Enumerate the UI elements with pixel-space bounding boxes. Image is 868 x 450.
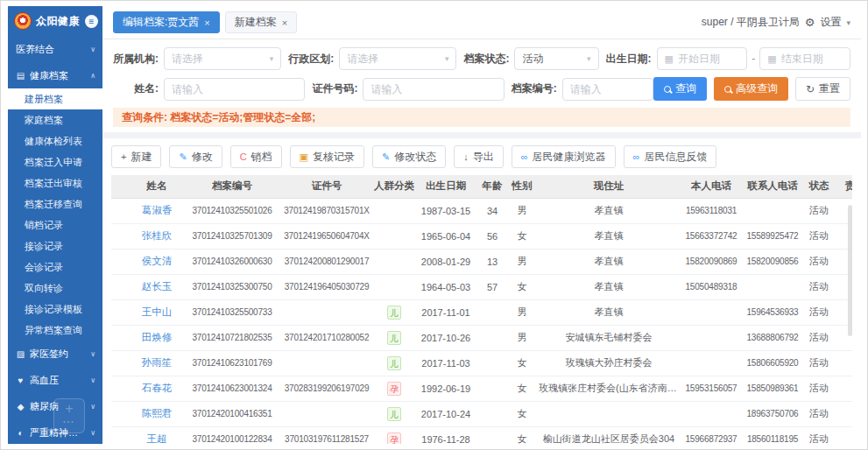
- contact-phone-cell: 15589925472: [742, 223, 803, 249]
- archive-no-input[interactable]: [562, 78, 653, 101]
- region-select[interactable]: 请选择 ▾: [339, 47, 456, 70]
- floating-add-widget[interactable]: +•••: [53, 398, 85, 433]
- tab-strip: 编辑档案:贾文茜×新建档案×: [113, 11, 297, 33]
- table-row[interactable]: 石春花37012410623001324370283199206197029孕1…: [111, 376, 852, 401]
- link-icon: ∞: [521, 151, 528, 162]
- birth-date-cell: 1976-11-28: [414, 426, 477, 444]
- reset-button[interactable]: ↻重置: [795, 77, 850, 101]
- advanced-search-button[interactable]: 高级查询: [714, 77, 788, 101]
- gender-cell: 女: [507, 401, 537, 426]
- settings-label[interactable]: 设置: [820, 15, 841, 30]
- table-row[interactable]: 田焕修37012410721802535370124201710280052儿2…: [111, 325, 852, 350]
- status-cell: 活动: [803, 223, 835, 249]
- search-button[interactable]: 查询: [653, 77, 707, 101]
- chevron-down-icon: ▾: [846, 18, 850, 27]
- sidebar-subitem[interactable]: 档案迁入申请: [8, 151, 102, 172]
- cert-input[interactable]: [363, 78, 504, 101]
- tab-close-icon[interactable]: ×: [282, 18, 287, 28]
- archive-no-cell: 37012410326000630: [185, 249, 279, 274]
- name-cell: 王中山: [129, 299, 185, 325]
- sidebar-subitem[interactable]: 接诊记录: [8, 236, 102, 257]
- table-row[interactable]: 赵长玉3701241032530075037012419640503072919…: [111, 274, 852, 299]
- modify-button[interactable]: ✎修改: [169, 145, 222, 168]
- sidebar-subitem[interactable]: 档案迁出审核: [8, 172, 102, 193]
- name-link[interactable]: 赵长玉: [142, 281, 173, 292]
- birth-start-input[interactable]: ▦ 开始日期: [657, 47, 748, 70]
- status-icon: ✎: [382, 151, 390, 163]
- chevron-down-icon: ▾: [587, 54, 591, 63]
- gender-cell: 男: [507, 249, 537, 274]
- name-link[interactable]: 葛淑香: [142, 205, 173, 215]
- toolbar-button-label: 修改: [192, 150, 213, 165]
- population-tag-cell: 儿: [374, 299, 414, 325]
- table-row[interactable]: 张桂欣3701241032570130937012419650604704X19…: [111, 223, 852, 249]
- contact-phone-cell: 15820090856: [742, 249, 803, 274]
- toolbar-button-label: 复核记录: [313, 150, 355, 165]
- tab-close-icon[interactable]: ×: [204, 18, 209, 28]
- tab[interactable]: 新建档案×: [225, 11, 297, 33]
- sidebar-subitem[interactable]: 异常档案查询: [8, 320, 102, 341]
- address-cell: 榆山街道龙山社区居委员会304: [537, 426, 681, 444]
- table-row[interactable]: 陈熙君37012420100416351儿2017-10-24女18963750…: [111, 401, 852, 426]
- sidebar: 众阳健康 ≡ 医养结合∨▤健康档案∧建册档案家庭档案健康体检列表档案迁入申请档案…: [8, 6, 102, 444]
- sidebar-subitem[interactable]: 会诊记录: [8, 257, 102, 278]
- user-label: super / 平阴县卫计局: [702, 15, 800, 30]
- sidebar-group-hypertension[interactable]: ♥高血压∨: [8, 367, 102, 393]
- table-row[interactable]: 王超37012420100122834370103197611281527孕19…: [111, 426, 852, 444]
- gender-cell: 女: [507, 274, 537, 299]
- id-no-cell: [279, 299, 374, 325]
- address-cell: [537, 401, 681, 426]
- name-input[interactable]: [164, 78, 305, 101]
- table-row[interactable]: 王中山37012410325500733儿2017-11-01男孝直镇15964…: [111, 299, 852, 325]
- sidebar-subitem[interactable]: 档案迁移查询: [8, 193, 102, 214]
- vertical-scrollbar[interactable]: [848, 205, 852, 336]
- name-link[interactable]: 侯文清: [142, 256, 173, 266]
- sidebar-subitem[interactable]: 接诊记录模板: [8, 299, 102, 320]
- name-link[interactable]: 王中山: [142, 306, 173, 317]
- toolbar-button-label: 销档: [251, 150, 272, 165]
- sidebar-subitem[interactable]: 健康体检列表: [8, 130, 102, 151]
- name-link[interactable]: 田焕修: [142, 332, 173, 342]
- birth-end-placeholder: 结束日期: [781, 52, 823, 67]
- change-status-button[interactable]: ✎修改状态: [372, 145, 446, 168]
- status-select[interactable]: 活动 ▾: [514, 47, 598, 70]
- sidebar-subitem[interactable]: 家庭档案: [8, 109, 102, 130]
- sidebar-group-elder-care[interactable]: 医养结合∨: [8, 36, 102, 62]
- name-link[interactable]: 孙雨笙: [142, 357, 173, 368]
- export-button[interactable]: ↓导出: [454, 145, 504, 168]
- sidebar-collapse-icon[interactable]: ≡: [85, 15, 98, 28]
- tab[interactable]: 编辑档案:贾文茜×: [113, 11, 220, 33]
- org-select[interactable]: 请选择 ▾: [164, 47, 281, 70]
- sidebar-subitem[interactable]: 销档记录: [8, 214, 102, 236]
- sidebar-subitem[interactable]: 建册档案: [8, 88, 102, 109]
- name-link[interactable]: 王超: [147, 433, 167, 444]
- region-placeholder: 请选择: [347, 52, 378, 67]
- archive-no-cell: 37012410325300750: [185, 274, 279, 299]
- table-row[interactable]: 孙雨笙37012410623101769儿2017-11-03女玫瑰镇大孙庄村委…: [111, 350, 852, 376]
- chevron-down-icon: ▾: [445, 54, 449, 63]
- column-header: 性别: [507, 175, 537, 198]
- table-row[interactable]: 葛淑香3701241032550102637012419870315701X19…: [111, 198, 852, 223]
- resident-feedback-button[interactable]: ∞居民信息反馈: [624, 145, 717, 168]
- name-link[interactable]: 石春花: [142, 383, 173, 393]
- cancel-archive-button[interactable]: C销档: [230, 145, 282, 168]
- calendar-icon: ▦: [767, 53, 776, 65]
- sidebar-group-health-archive[interactable]: ▤健康档案∧: [8, 62, 102, 88]
- new-button[interactable]: +新建: [111, 145, 161, 168]
- resident-health-browser-button[interactable]: ∞居民健康浏览器: [512, 145, 616, 168]
- gear-icon[interactable]: ⚙: [805, 16, 815, 29]
- edit-icon: ✎: [179, 151, 187, 163]
- phone-cell: [681, 325, 742, 350]
- sidebar-group-family-doctor[interactable]: ▨家医签约∨: [8, 341, 102, 367]
- review-records-button[interactable]: ▣复核记录: [290, 145, 364, 168]
- sidebar-subitem[interactable]: 双向转诊: [8, 278, 102, 299]
- address-cell: 孝直镇: [537, 223, 681, 249]
- name-link[interactable]: 陈熙君: [142, 408, 173, 418]
- name-link[interactable]: 张桂欣: [142, 230, 173, 241]
- archive-no-cell: 37012420100416351: [185, 401, 279, 426]
- birth-date-cell: 2017-10-24: [414, 401, 477, 426]
- phone-cell: 15963118031: [681, 198, 742, 223]
- status-cell: 活动: [803, 274, 835, 299]
- table-row[interactable]: 侯文清3701241032600063037012420080129001720…: [111, 249, 852, 274]
- birth-end-input[interactable]: ▦ 结束日期: [759, 47, 850, 70]
